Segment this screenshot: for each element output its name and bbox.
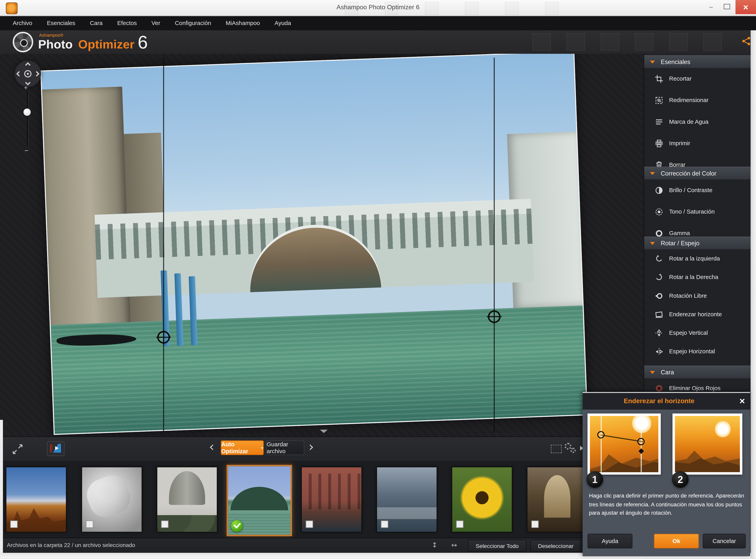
- close-button[interactable]: ✕: [735, 0, 756, 14]
- thumbnail-rialto-bridge-selected[interactable]: [227, 465, 292, 536]
- printer-icon: [655, 139, 663, 148]
- horizontal-resize-icon[interactable]: ↔: [451, 541, 457, 549]
- menu-miashampoo[interactable]: MiAshampoo: [226, 20, 260, 26]
- chevron-down-icon: [650, 61, 655, 64]
- hue-saturation-icon: [655, 207, 663, 216]
- zoom-slider-track[interactable]: [27, 92, 29, 147]
- thumbnail-checkbox[interactable]: [531, 520, 539, 528]
- example-straight-image: [672, 413, 742, 475]
- thumbnail-checkbox[interactable]: [86, 520, 93, 528]
- thumbnail-checkbox[interactable]: [456, 520, 464, 528]
- split-caret-icon: ▾: [261, 446, 263, 450]
- window-title: Ashampoo Photo Optimizer 6: [0, 3, 756, 10]
- chevron-down-icon: [650, 242, 655, 245]
- zoom-out-button[interactable]: −: [24, 147, 28, 155]
- menu-configuracion[interactable]: Configuración: [175, 20, 211, 26]
- example-tilted-image: [588, 413, 661, 475]
- logo-photo-text: Photo: [38, 37, 73, 51]
- logo-bar: Ashampoo® Photo Optimizer 6: [0, 30, 756, 54]
- chevron-down-icon: [650, 172, 655, 175]
- menu-efectos[interactable]: Efectos: [117, 20, 137, 26]
- sidebar-item-brillo-contraste[interactable]: Brillo / Contraste: [644, 179, 751, 201]
- auto-optimize-button[interactable]: Auto Optimizar ▾: [221, 440, 264, 455]
- before-after-compare-button[interactable]: [47, 441, 64, 456]
- thumbnail-sunflower[interactable]: [452, 467, 513, 532]
- zoom-in-button[interactable]: +: [24, 84, 28, 91]
- minimize-button[interactable]: –: [703, 0, 719, 13]
- next-image-button[interactable]: ›: [309, 439, 314, 454]
- logo-version-text: 6: [138, 32, 148, 53]
- save-file-button[interactable]: Guardar archivo: [266, 440, 304, 455]
- sidebar-item-espejo-vertical[interactable]: Espejo Vertical: [644, 323, 751, 342]
- deselect-button[interactable]: Deseleccionar: [530, 540, 581, 552]
- ashampoo-shutter-logo-icon: [13, 32, 33, 52]
- sidebar-item-enderezar-horizonte[interactable]: Enderezar horizonte: [644, 305, 751, 323]
- thumbnail-checkbox[interactable]: [306, 520, 313, 528]
- page-edge-right: [751, 30, 756, 559]
- previous-image-button[interactable]: ‹: [209, 439, 214, 454]
- reference-line-right: [494, 58, 495, 432]
- sidebar-item-rotar-derecha[interactable]: Rotar a la Derecha: [644, 268, 751, 286]
- mini-reference-line: [601, 416, 601, 472]
- vertical-resize-icon[interactable]: ↕: [432, 541, 438, 549]
- thumbnail-checkbox[interactable]: [381, 520, 388, 528]
- sidebar-item-tono-saturacion[interactable]: Tono / Saturación: [644, 201, 751, 222]
- fullscreen-expand-icon[interactable]: [12, 443, 24, 455]
- section-header-esenciales[interactable]: Esenciales: [644, 55, 751, 68]
- thumbnail-st-peters-dome[interactable]: [157, 467, 217, 532]
- sidebar-item-marca-de-agua[interactable]: Marca de Agua: [644, 111, 751, 132]
- horizon-point-1-handle[interactable]: [157, 331, 170, 343]
- sidebar-item-recortar[interactable]: Recortar: [644, 68, 751, 89]
- mini-crosshair-1: [597, 431, 605, 439]
- menu-ver[interactable]: Ver: [151, 20, 160, 26]
- sidebar-item-espejo-horizontal[interactable]: Espejo Horizontal: [644, 342, 751, 361]
- menu-archivo[interactable]: Archivo: [13, 20, 32, 26]
- thumbnail-checkbox[interactable]: [10, 520, 18, 528]
- step-1-badge: 1: [587, 471, 603, 488]
- dialog-titlebar: Enderezar el horizonte ✕: [583, 393, 750, 409]
- reference-line-left: [163, 58, 164, 432]
- compare-after-icon: [53, 444, 61, 453]
- collapse-filmstrip-handle[interactable]: [320, 429, 328, 433]
- venice-photo[interactable]: [40, 54, 588, 435]
- brightness-contrast-icon: [655, 186, 663, 194]
- help-button[interactable]: Ayuda: [588, 534, 632, 549]
- selected-check-badge-icon: [231, 520, 243, 532]
- share-icon[interactable]: [741, 36, 751, 46]
- section-header-rotar-espejo[interactable]: Rotar / Espejo: [644, 237, 751, 249]
- dialog-close-icon[interactable]: ✕: [739, 397, 745, 406]
- logo-optimizer-text: Optimizer: [78, 37, 135, 51]
- zoom-slider-handle[interactable]: [23, 109, 31, 116]
- sidebar-item-redimensionar[interactable]: Redimensionar: [644, 89, 751, 111]
- pan-navigator[interactable]: [15, 61, 41, 87]
- dialog-instructions: Haga clic para definir el primer punto d…: [589, 492, 745, 517]
- thumbnail-blue-canal[interactable]: [377, 467, 437, 532]
- window-titlebar: Ashampoo Photo Optimizer 6 – ✕: [0, 0, 756, 16]
- compare-before-icon: [50, 444, 52, 452]
- thumbnail-desert-ruins-sunset[interactable]: [6, 467, 67, 532]
- selection-rectangle-icon[interactable]: [551, 445, 562, 453]
- dpad-arrows-icon: [15, 61, 41, 87]
- menu-cara[interactable]: Cara: [90, 20, 103, 26]
- resize-icon: [655, 96, 663, 104]
- thumbnail-checkbox[interactable]: [161, 520, 168, 528]
- cancel-button[interactable]: Cancelar: [703, 534, 746, 549]
- section-header-correccion-del-color[interactable]: Corrección del Color: [644, 167, 751, 179]
- horizon-point-2-handle[interactable]: [488, 310, 500, 323]
- mini-crosshair-2: [637, 438, 644, 445]
- menu-esenciales[interactable]: Esenciales: [47, 20, 75, 26]
- sidebar-item-imprimir[interactable]: Imprimir: [644, 132, 751, 154]
- sidebar-item-rotar-izquierda[interactable]: Rotar a la izquierda: [644, 249, 751, 268]
- thumbnail-red-building-facade[interactable]: [301, 467, 362, 532]
- menu-ayuda[interactable]: Ayuda: [275, 20, 291, 26]
- batch-gear-icon[interactable]: [565, 443, 571, 450]
- photo-canvas: + −: [0, 54, 644, 437]
- sidebar-item-rotacion-libre[interactable]: Rotación Libre: [644, 287, 751, 305]
- maximize-button[interactable]: [719, 0, 734, 13]
- thumbnail-gray-blur[interactable]: [81, 467, 142, 532]
- ok-button[interactable]: Ok: [654, 534, 699, 549]
- rotate-right-icon: [655, 273, 663, 281]
- thumbnail-palace-interior[interactable]: [527, 467, 588, 532]
- section-header-cara[interactable]: Cara: [644, 365, 751, 378]
- select-all-button[interactable]: Seleccionar Todo: [468, 540, 526, 552]
